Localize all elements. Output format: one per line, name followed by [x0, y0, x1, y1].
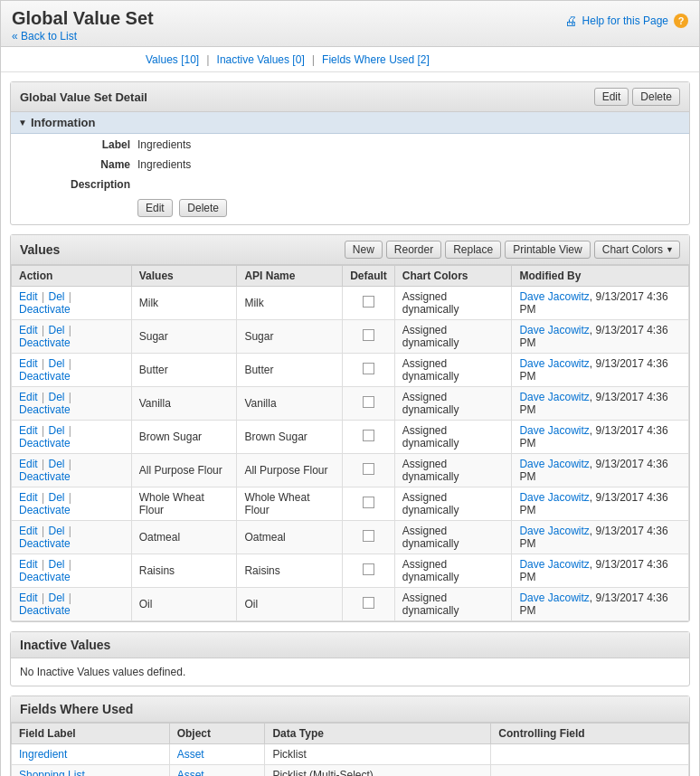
chart-color-cell: Assigned dynamically — [394, 588, 512, 621]
new-button[interactable]: New — [345, 241, 383, 259]
edit-link[interactable]: Edit — [19, 458, 38, 470]
info-edit-button[interactable]: Edit — [137, 199, 173, 217]
api-name-cell: Milk — [237, 287, 343, 320]
value-cell: Raisins — [131, 554, 237, 588]
default-checkbox[interactable] — [363, 463, 374, 475]
default-checkbox[interactable] — [363, 497, 374, 508]
del-link[interactable]: Del — [48, 558, 64, 571]
deactivate-link[interactable]: Deactivate — [19, 403, 71, 416]
information-collapsible-header[interactable]: ▼ Information — [11, 112, 689, 134]
header-right: 🖨 Help for this Page ? — [564, 14, 688, 28]
default-checkbox[interactable] — [363, 597, 374, 609]
chart-color-cell: Assigned dynamically — [394, 454, 512, 487]
del-link[interactable]: Del — [48, 591, 64, 604]
default-checkbox[interactable] — [363, 430, 374, 441]
deactivate-link[interactable]: Deactivate — [19, 571, 71, 583]
printable-view-button[interactable]: Printable View — [505, 241, 591, 259]
default-checkbox[interactable] — [363, 563, 374, 575]
deactivate-link[interactable]: Deactivate — [19, 336, 71, 349]
sep1: | — [39, 357, 48, 370]
del-link[interactable]: Del — [48, 357, 64, 370]
col-header-object: Object — [169, 724, 265, 744]
default-cell — [343, 588, 395, 621]
action-cell: Edit | Del | Deactivate — [12, 287, 132, 320]
del-link[interactable]: Del — [48, 491, 64, 504]
default-checkbox[interactable] — [363, 530, 374, 542]
object-link[interactable]: Asset — [177, 769, 204, 776]
edit-link[interactable]: Edit — [19, 525, 38, 537]
edit-link[interactable]: Edit — [19, 324, 38, 336]
modified-by-link[interactable]: Dave Jacowitz — [519, 558, 589, 571]
del-link[interactable]: Del — [48, 290, 64, 303]
object-cell: Asset — [169, 744, 265, 765]
del-link[interactable]: Del — [48, 458, 64, 470]
table-row: Shopping ListAssetPicklist (Multi-Select… — [12, 765, 689, 777]
del-link[interactable]: Del — [48, 391, 64, 403]
deactivate-link[interactable]: Deactivate — [19, 437, 71, 450]
reorder-button[interactable]: Reorder — [386, 241, 441, 259]
info-delete-button[interactable]: Delete — [179, 199, 227, 217]
edit-link[interactable]: Edit — [19, 591, 38, 604]
modified-by-link[interactable]: Dave Jacowitz — [519, 357, 589, 370]
detail-delete-button[interactable]: Delete — [632, 88, 680, 106]
value-cell: Vanilla — [131, 387, 237, 421]
default-checkbox[interactable] — [363, 296, 374, 308]
detail-edit-button[interactable]: Edit — [594, 88, 629, 106]
tab-fields-link[interactable]: Fields Where Used [2] — [322, 53, 430, 66]
modified-by-link[interactable]: Dave Jacowitz — [519, 391, 589, 403]
chart-colors-button[interactable]: Chart Colors ▼ — [594, 241, 680, 259]
default-checkbox[interactable] — [363, 396, 374, 408]
header-left: Global Value Set « Back to List — [12, 8, 154, 43]
sep2: | — [66, 525, 71, 537]
edit-link[interactable]: Edit — [19, 424, 38, 437]
del-link[interactable]: Del — [48, 424, 64, 437]
help-link[interactable]: Help for this Page — [582, 14, 668, 27]
deactivate-link[interactable]: Deactivate — [19, 604, 71, 617]
object-link[interactable]: Asset — [177, 748, 204, 761]
default-cell — [343, 354, 395, 387]
fields-table-body: IngredientAssetPicklistShopping ListAsse… — [12, 744, 689, 777]
sep1: | — [39, 424, 48, 437]
sep1: | — [39, 324, 48, 336]
fields-section-title: Fields Where Used — [20, 702, 133, 716]
del-link[interactable]: Del — [48, 324, 64, 336]
api-name-cell: Oil — [237, 588, 343, 621]
modified-by-link[interactable]: Dave Jacowitz — [519, 591, 589, 604]
deactivate-link[interactable]: Deactivate — [19, 303, 71, 316]
edit-link[interactable]: Edit — [19, 558, 38, 571]
default-cell — [343, 454, 395, 487]
default-checkbox[interactable] — [363, 329, 374, 341]
table-row: Edit | Del | DeactivateWhole Wheat Flour… — [12, 487, 689, 521]
modified-by-link[interactable]: Dave Jacowitz — [519, 525, 589, 537]
modified-by-link[interactable]: Dave Jacowitz — [519, 290, 589, 303]
deactivate-link[interactable]: Deactivate — [19, 370, 71, 383]
tab-inactive-link[interactable]: Inactive Values [0] — [217, 53, 305, 66]
modified-by-link[interactable]: Dave Jacowitz — [519, 491, 589, 504]
edit-link[interactable]: Edit — [19, 391, 38, 403]
default-cell — [343, 387, 395, 421]
edit-link[interactable]: Edit — [19, 290, 38, 303]
default-checkbox[interactable] — [363, 363, 374, 374]
edit-link[interactable]: Edit — [19, 357, 38, 370]
help-circle-icon[interactable]: ? — [674, 14, 688, 28]
deactivate-link[interactable]: Deactivate — [19, 537, 71, 550]
modified-by-cell: Dave Jacowitz, 9/13/2017 4:36 PM — [512, 454, 689, 487]
col-header-modified-by: Modified By — [512, 266, 689, 287]
modified-by-link[interactable]: Dave Jacowitz — [519, 424, 589, 437]
value-cell: Milk — [131, 287, 237, 320]
back-to-list-link[interactable]: « Back to List — [12, 30, 77, 43]
modified-by-link[interactable]: Dave Jacowitz — [519, 324, 589, 336]
deactivate-link[interactable]: Deactivate — [19, 504, 71, 516]
modified-by-link[interactable]: Dave Jacowitz — [519, 458, 589, 470]
collapse-arrow-icon: ▼ — [18, 118, 27, 128]
detail-section-header: Global Value Set Detail Edit Delete — [11, 82, 689, 112]
replace-button[interactable]: Replace — [445, 241, 501, 259]
field-label-link[interactable]: Shopping List — [19, 769, 85, 776]
edit-link[interactable]: Edit — [19, 491, 38, 504]
values-section-title: Values — [20, 242, 60, 257]
tab-values-link[interactable]: Values [10] — [146, 53, 199, 66]
del-link[interactable]: Del — [48, 525, 64, 537]
col-header-chart-colors: Chart Colors — [394, 266, 512, 287]
field-label-link[interactable]: Ingredient — [19, 748, 67, 761]
deactivate-link[interactable]: Deactivate — [19, 470, 71, 483]
